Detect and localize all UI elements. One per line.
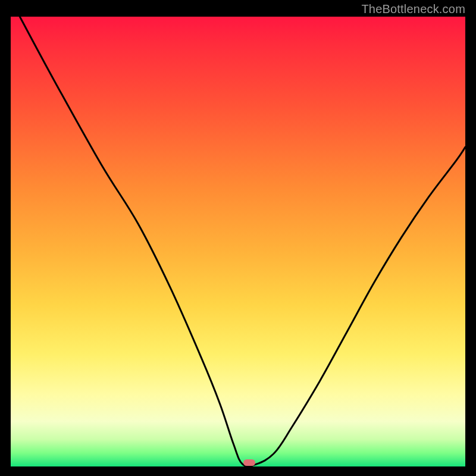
curve-path — [20, 17, 465, 466]
bottleneck-curve — [11, 17, 465, 466]
optimal-point-marker — [243, 459, 255, 466]
plot-area — [11, 17, 465, 466]
chart-container: TheBottleneck.com — [0, 0, 476, 476]
attribution-label: TheBottleneck.com — [361, 2, 465, 16]
